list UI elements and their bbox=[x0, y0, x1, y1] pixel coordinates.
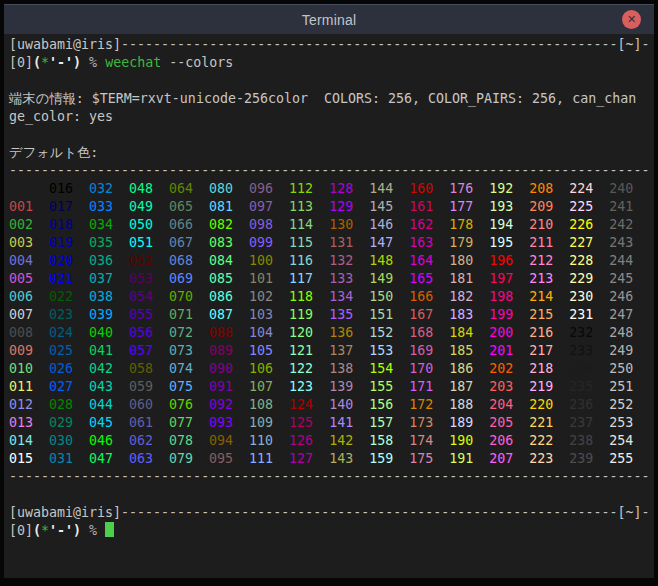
color-cell-046: 046 bbox=[89, 432, 129, 450]
color-cell-064: 064 bbox=[169, 180, 209, 198]
color-grid-row: 0130290450610770931091251411571731892052… bbox=[9, 414, 654, 432]
color-cell-184: 184 bbox=[449, 324, 489, 342]
color-cell-029: 029 bbox=[49, 414, 89, 432]
color-cell-211: 211 bbox=[529, 234, 569, 252]
color-cell-135: 135 bbox=[329, 306, 369, 324]
color-cell-186: 186 bbox=[449, 360, 489, 378]
titlebar[interactable]: Terminal ✕ bbox=[4, 4, 654, 34]
color-cell-092: 092 bbox=[209, 396, 249, 414]
color-cell-241: 241 bbox=[609, 198, 649, 216]
info-line-2: ge_color: yes bbox=[9, 108, 654, 126]
color-cell-005: 005 bbox=[9, 270, 49, 288]
color-cell-086: 086 bbox=[209, 288, 249, 306]
color-cell-251: 251 bbox=[609, 378, 649, 396]
color-cell-240: 240 bbox=[609, 180, 649, 198]
prompt-star: * bbox=[41, 55, 49, 70]
color-cell-133: 133 bbox=[329, 270, 369, 288]
color-cell-236: 236 bbox=[569, 396, 609, 414]
color-cell-215: 215 bbox=[529, 306, 569, 324]
color-cell-180: 180 bbox=[449, 252, 489, 270]
color-cell-168: 168 bbox=[409, 324, 449, 342]
color-cell-058: 058 bbox=[129, 360, 169, 378]
color-cell-007: 007 bbox=[9, 306, 49, 324]
color-cell-141: 141 bbox=[329, 414, 369, 432]
color-cell-198: 198 bbox=[489, 288, 529, 306]
color-cell-109: 109 bbox=[249, 414, 289, 432]
color-cell-166: 166 bbox=[409, 288, 449, 306]
color-cell-011: 011 bbox=[9, 378, 49, 396]
color-cell-161: 161 bbox=[409, 198, 449, 216]
prompt-star: * bbox=[41, 523, 49, 538]
color-cell-073: 073 bbox=[169, 342, 209, 360]
color-cell-026: 026 bbox=[49, 360, 89, 378]
color-grid-row: 0040200360520680841001161321481641801962… bbox=[9, 252, 654, 270]
color-cell-239: 239 bbox=[569, 450, 609, 468]
color-cell-165: 165 bbox=[409, 270, 449, 288]
color-cell-209: 209 bbox=[529, 198, 569, 216]
color-cell-065: 065 bbox=[169, 198, 209, 216]
color-cell-001: 001 bbox=[9, 198, 49, 216]
color-cell-190: 190 bbox=[449, 432, 489, 450]
color-cell-155: 155 bbox=[369, 378, 409, 396]
color-cell-088: 088 bbox=[209, 324, 249, 342]
color-cell-140: 140 bbox=[329, 396, 369, 414]
color-cell-119: 119 bbox=[289, 306, 329, 324]
prompt-line: [0](*'-') % bbox=[9, 522, 654, 540]
color-cell-087: 087 bbox=[209, 306, 249, 324]
terminal-screen[interactable]: [uwabami@iris]--------------------------… bbox=[4, 34, 654, 578]
shell-cursor[interactable] bbox=[105, 522, 114, 537]
color-grid-row: 0100260420580740901061221381541701862022… bbox=[9, 360, 654, 378]
color-cell-159: 159 bbox=[369, 450, 409, 468]
color-cell-228: 228 bbox=[569, 252, 609, 270]
color-cell-020: 020 bbox=[49, 252, 89, 270]
color-cell-023: 023 bbox=[49, 306, 89, 324]
color-cell-183: 183 bbox=[449, 306, 489, 324]
color-cell-024: 024 bbox=[49, 324, 89, 342]
color-cell-013: 013 bbox=[9, 414, 49, 432]
color-cell-075: 075 bbox=[169, 378, 209, 396]
color-cell-158: 158 bbox=[369, 432, 409, 450]
color-cell-072: 072 bbox=[169, 324, 209, 342]
color-grid-row: 0080240400560720881041201361521681842002… bbox=[9, 324, 654, 342]
color-cell-107: 107 bbox=[249, 378, 289, 396]
color-cell-131: 131 bbox=[329, 234, 369, 252]
close-button[interactable]: ✕ bbox=[622, 10, 641, 29]
color-cell-017: 017 bbox=[49, 198, 89, 216]
color-cell-221: 221 bbox=[529, 414, 569, 432]
color-cell-127: 127 bbox=[289, 450, 329, 468]
prompt-paren-close: ) bbox=[73, 523, 81, 538]
color-cell-154: 154 bbox=[369, 360, 409, 378]
color-cell-206: 206 bbox=[489, 432, 529, 450]
color-cell-229: 229 bbox=[569, 270, 609, 288]
color-cell-082: 082 bbox=[209, 216, 249, 234]
color-cell-182: 182 bbox=[449, 288, 489, 306]
color-cell-115: 115 bbox=[289, 234, 329, 252]
color-cell-059: 059 bbox=[129, 378, 169, 396]
color-cell-055: 055 bbox=[129, 306, 169, 324]
color-cell-125: 125 bbox=[289, 414, 329, 432]
status-line-bottom: [uwabami@iris]--------------------------… bbox=[9, 504, 654, 522]
color-cell-121: 121 bbox=[289, 342, 329, 360]
info-line-1: 端末の情報: $TERM=rxvt-unicode-256color COLOR… bbox=[9, 90, 654, 108]
prompt-pane: [0] bbox=[9, 55, 33, 70]
color-grid-row: 0020180340500660820981141301461621781942… bbox=[9, 216, 654, 234]
color-cell-142: 142 bbox=[329, 432, 369, 450]
color-cell-145: 145 bbox=[369, 198, 409, 216]
color-cell-049: 049 bbox=[129, 198, 169, 216]
color-cell-069: 069 bbox=[169, 270, 209, 288]
color-cell-061: 061 bbox=[129, 414, 169, 432]
color-cell-176: 176 bbox=[449, 180, 489, 198]
color-cell-104: 104 bbox=[249, 324, 289, 342]
color-cell-254: 254 bbox=[609, 432, 649, 450]
color-cell-126: 126 bbox=[289, 432, 329, 450]
color-cell-244: 244 bbox=[609, 252, 649, 270]
color-cell-083: 083 bbox=[209, 234, 249, 252]
color-cell-217: 217 bbox=[529, 342, 569, 360]
color-cell-094: 094 bbox=[209, 432, 249, 450]
color-cell-100: 100 bbox=[249, 252, 289, 270]
prompt-percent: % bbox=[81, 55, 105, 70]
color-grid-row: 0140300460620780941101261421581741902062… bbox=[9, 432, 654, 450]
color-cell-063: 063 bbox=[129, 450, 169, 468]
color-cell-132: 132 bbox=[329, 252, 369, 270]
color-cell-042: 042 bbox=[89, 360, 129, 378]
